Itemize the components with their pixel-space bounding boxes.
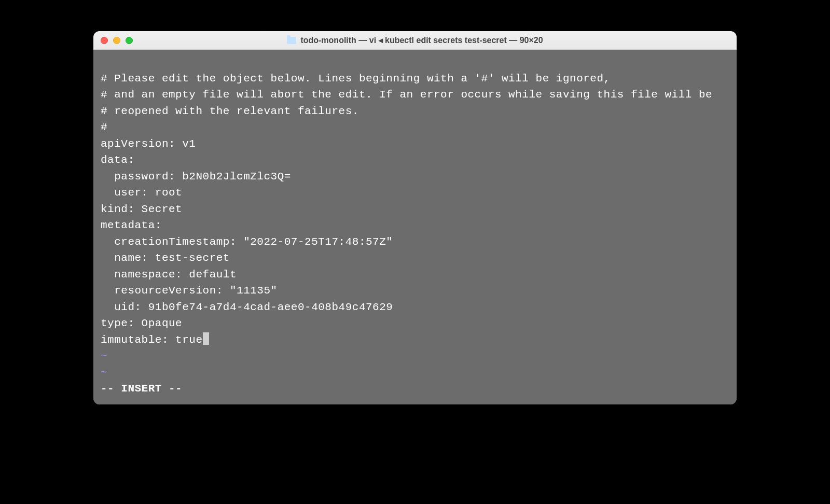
editor-line-metadata: metadata: xyxy=(101,219,162,231)
editor-line-comment4: # xyxy=(101,121,107,133)
window-title: todo-monolith — vi ◂ kubectl edit secret… xyxy=(93,35,737,45)
vi-tilde: ~ xyxy=(101,350,107,362)
editor-line-resourceversion: resourceVersion: "11135" xyxy=(101,285,278,297)
editor-line-comment1: # Please edit the object below. Lines be… xyxy=(101,73,611,85)
editor-line-type: type: Opaque xyxy=(101,317,182,329)
editor-line-password: password: b2N0b2JlcmZlc3Q= xyxy=(101,171,291,183)
window-title-text: todo-monolith — vi ◂ kubectl edit secret… xyxy=(300,35,543,45)
editor-line-user: user: root xyxy=(101,187,182,199)
editor-line-creationtimestamp: creationTimestamp: "2022-07-25T17:48:57Z… xyxy=(101,236,393,248)
editor-line-kind: kind: Secret xyxy=(101,203,182,215)
titlebar[interactable]: todo-monolith — vi ◂ kubectl edit secret… xyxy=(93,31,737,50)
cursor xyxy=(203,332,209,345)
editor-line-apiversion: apiVersion: v1 xyxy=(101,138,196,150)
editor-line-namespace: namespace: default xyxy=(101,269,237,281)
minimize-button[interactable] xyxy=(113,37,120,44)
editor-line-name: name: test-secret xyxy=(101,252,230,264)
close-button[interactable] xyxy=(101,37,108,44)
maximize-button[interactable] xyxy=(126,37,133,44)
vi-status-line: -- INSERT -- xyxy=(101,383,182,395)
traffic-lights xyxy=(101,37,133,44)
editor-line-uid: uid: 91b0fe74-a7d4-4cad-aee0-408b49c4762… xyxy=(101,301,393,313)
editor-line-immutable: immutable: true xyxy=(101,334,203,346)
editor-line-comment3: # reopened with the relevant failures. xyxy=(101,105,359,117)
editor-line-data: data: xyxy=(101,154,135,166)
terminal-body[interactable]: # Please edit the object below. Lines be… xyxy=(93,50,737,404)
terminal-window: todo-monolith — vi ◂ kubectl edit secret… xyxy=(93,31,737,404)
folder-icon xyxy=(287,37,296,44)
editor-line-comment2: # and an empty file will abort the edit.… xyxy=(101,89,712,101)
vi-tilde: ~ xyxy=(101,367,107,379)
